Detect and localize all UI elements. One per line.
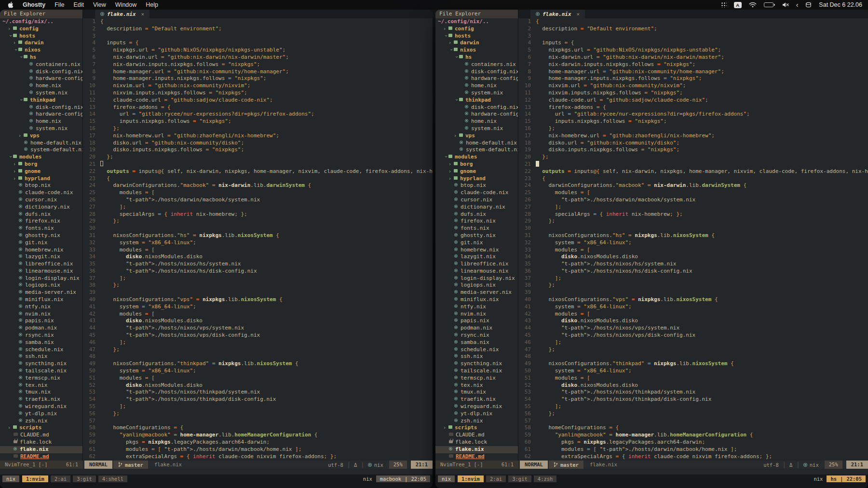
code-line-54[interactable]: 54 "t-path">./hosts/nixos/thinkpad/disk-… [83, 396, 433, 403]
tree-item-cursor-nix[interactable]: cursor.nix [435, 197, 518, 204]
tree-item-system-nix[interactable]: system.nix [0, 125, 82, 132]
tree-item-tailscale-nix[interactable]: tailscale.nix [0, 368, 82, 375]
code-line-10[interactable]: 10 nixvim.url = "github:nix-community/ni… [83, 82, 433, 90]
code-line-22[interactable]: 22 outputs = inputs@{ self, nix-darwin, … [518, 168, 868, 175]
code-line-16[interactable]: 16 }; [518, 125, 868, 132]
code-line-46[interactable]: 46 ]; [518, 339, 868, 346]
tree-item-termscp-nix[interactable]: termscp.nix [435, 375, 518, 382]
tree-item-lazygit-nix[interactable]: lazygit.nix [0, 253, 82, 261]
code-line-19[interactable]: 19 disko.inputs.nixpkgs.follows = "nixpk… [518, 146, 868, 154]
menu-file[interactable]: File [54, 1, 64, 8]
tree-item-tmux-nix[interactable]: tmux.nix [0, 389, 82, 396]
tree-item-wireguard-nix[interactable]: wireguard.nix [435, 403, 518, 410]
code-line-57[interactable]: 57 [83, 418, 433, 425]
tree-item-modules[interactable]: ›modules [0, 154, 82, 161]
tree-item-claude-code-nix[interactable]: claude-code.nix [0, 189, 82, 197]
tree-item-config-nix[interactable]: ~/.config/nix/.. [435, 18, 518, 26]
code-line-48[interactable]: 48 [83, 353, 433, 360]
tmux-session-name[interactable]: nix [438, 475, 455, 482]
code-line-57[interactable]: 57 [518, 418, 868, 425]
code-line-60[interactable]: 60 pkgs = nixpkgs.legacyPackages.aarch64… [83, 439, 433, 446]
code-line-47[interactable]: 47 }; [518, 346, 868, 354]
code-line-2[interactable]: 2 description = "Default environment"; [83, 26, 433, 33]
tree-item-claude-code-nix[interactable]: claude-code.nix [435, 189, 518, 197]
tree-item-system-default-nix[interactable]: system-default.nix [0, 146, 82, 154]
code-line-25[interactable]: 25 modules = [ [518, 189, 868, 197]
tree-item-firefox-nix[interactable]: firefox.nix [435, 218, 518, 225]
code-line-52[interactable]: 52 disko.nixosModules.disko [83, 382, 433, 389]
tree-item-borg[interactable]: ›borg [0, 161, 82, 168]
tree-item-hardware-configura[interactable]: hardware-configura [435, 111, 518, 118]
code-line-58[interactable]: 58 homeConfigurations = { [83, 424, 433, 432]
tab-close-icon[interactable]: × [141, 11, 145, 17]
tree-item-ghostty-nix[interactable]: ghostty.nix [435, 232, 518, 239]
code-line-40[interactable]: 40 nixosConfigurations."vps" = nixpkgs.l… [83, 296, 433, 303]
code-line-33[interactable]: 33 modules = [ [518, 247, 868, 254]
code-line-51[interactable]: 51 modules = [ [518, 375, 868, 382]
code-line-20[interactable]: 20 }; [518, 154, 868, 161]
tree-item-gnome[interactable]: ›gnome [435, 168, 518, 175]
code-line-43[interactable]: 43 disko.nixosModules.disko [83, 317, 433, 325]
code-line-4[interactable]: 4 inputs = { [518, 40, 868, 47]
code-line-61[interactable]: 61 modules = [ "t-path">./hosts/darwin/m… [83, 446, 433, 453]
tree-item-hosts[interactable]: ›hosts [435, 33, 518, 40]
tree-item-hosts[interactable]: ›hosts [0, 33, 82, 40]
tree-item-logiops-nix[interactable]: logiops.nix [0, 282, 82, 289]
code-line-3[interactable]: 3 [518, 33, 868, 40]
tree-item-hardware-configura[interactable]: hardware-configura [0, 75, 82, 82]
tree-item-flake-lock[interactable]: flake.lock [435, 439, 518, 446]
tmux-session-name[interactable]: nix [2, 475, 19, 482]
tree-item-traefik-nix[interactable]: traefik.nix [435, 396, 518, 403]
tree-item-samba-nix[interactable]: samba.nix [0, 339, 82, 346]
tab-close-icon[interactable]: × [577, 11, 580, 17]
tree-item-logiops-nix[interactable]: logiops.nix [435, 282, 518, 289]
tree-item-vps[interactable]: ›vps [435, 132, 518, 140]
code-line-32[interactable]: 32 system = "x86_64-linux"; [518, 239, 868, 247]
tree-item-home-nix[interactable]: home.nix [0, 82, 82, 90]
code-line-36[interactable]: 36 "t-path">./hosts/nixos/hs/disk-config… [83, 268, 433, 275]
tree-item-tex-nix[interactable]: tex.nix [0, 382, 82, 389]
tree-item-scripts[interactable]: ›scripts [435, 424, 518, 432]
tree-item-miniflux-nix[interactable]: miniflux.nix [0, 296, 82, 303]
tree-item-home-nix[interactable]: home.nix [0, 118, 82, 125]
tree-item-hs[interactable]: ›hs [0, 54, 82, 61]
menu-edit[interactable]: Edit [73, 1, 84, 8]
tree-item-rsync-nix[interactable]: rsync.nix [435, 332, 518, 339]
code-line-40[interactable]: 40 nixosConfigurations."vps" = nixpkgs.l… [518, 296, 868, 303]
tree-item-hardware-configura[interactable]: hardware-configura [0, 111, 82, 118]
tree-item-libreoffice-nix[interactable]: libreoffice.nix [435, 261, 518, 268]
tmux-window-3-git[interactable]: 3:git [73, 475, 96, 482]
tree-item-wireguard-nix[interactable]: wireguard.nix [0, 403, 82, 410]
apple-menu-icon[interactable] [8, 1, 14, 8]
code-line-5[interactable]: 5 nixpkgs.url = "github:NixOS/nixpkgs/ni… [518, 47, 868, 54]
tree-item-nixos[interactable]: ›nixos [0, 47, 82, 54]
code-line-49[interactable]: 49 nixosConfigurations."thinkpad" = nixp… [518, 360, 868, 368]
code-line-51[interactable]: 51 modules = [ [83, 375, 433, 382]
tree-item-fonts-nix[interactable]: fonts.nix [435, 225, 518, 232]
tree-item-zsh-nix[interactable]: zsh.nix [435, 418, 518, 425]
code-line-42[interactable]: 42 modules = [ [518, 311, 868, 318]
code-editor[interactable]: 1{2 description = "Default environment";… [83, 18, 433, 461]
stack-icon[interactable] [805, 2, 812, 8]
code-line-17[interactable]: 17 nix-homebrew.url = "github:zhaofengli… [518, 132, 868, 140]
tree-item-podman-nix[interactable]: podman.nix [435, 325, 518, 332]
code-line-28[interactable]: 28 specialArgs = { inherit nix-homebrew;… [518, 211, 868, 218]
tree-item-homebrew-nix[interactable]: homebrew.nix [0, 247, 82, 254]
code-line-11[interactable]: 11 nixvim.inputs.nixpkgs.follows = "nixp… [518, 90, 868, 97]
code-line-12[interactable]: 12 claude-code.url = "github:sadjow/clau… [83, 97, 433, 104]
tree-item-claude-md[interactable]: CLAUDE.md [0, 432, 82, 439]
code-line-38[interactable]: 38 }; [83, 282, 433, 289]
code-line-53[interactable]: 53 "t-path">./hosts/nixos/thinkpad/syste… [518, 389, 868, 396]
tree-item-system-nix[interactable]: system.nix [435, 90, 518, 97]
menu-help[interactable]: Help [146, 1, 158, 8]
code-line-42[interactable]: 42 modules = [ [83, 311, 433, 318]
code-line-8[interactable]: 8 home-manager.url = "github:nix-communi… [518, 68, 868, 76]
code-line-61[interactable]: 61 modules = [ "t-path">./hosts/darwin/m… [518, 446, 868, 453]
tab-flake-nix[interactable]: flake.nix × [530, 10, 585, 18]
tree-item-yt-dlp-nix[interactable]: yt-dlp.nix [0, 410, 82, 418]
code-line-50[interactable]: 50 system = "x86_64-linux"; [83, 368, 433, 375]
tree-item-hyprland[interactable]: ›hyprland [0, 175, 82, 183]
tree-item-flake-lock[interactable]: flake.lock [0, 439, 82, 446]
tree-item-ntfy-nix[interactable]: ntfy.nix [435, 303, 518, 311]
code-line-24[interactable]: 24 darwinConfigurations."macbook" = nix-… [83, 182, 433, 189]
